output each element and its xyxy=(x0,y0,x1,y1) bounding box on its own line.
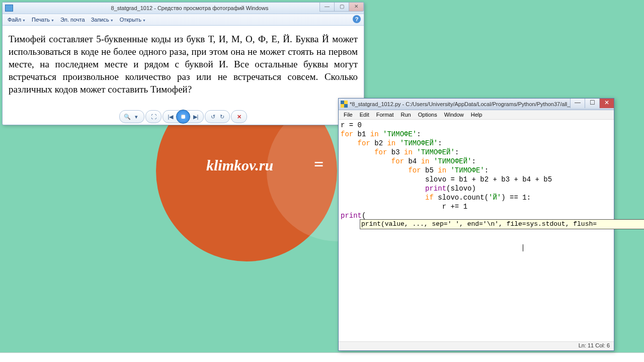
zoom-drop-icon[interactable]: ▾ xyxy=(132,112,141,121)
idle-menu-file[interactable]: File xyxy=(340,111,356,118)
maximize-button[interactable]: ▢ xyxy=(334,3,349,12)
prev-icon[interactable]: |◀ xyxy=(166,112,175,121)
idle-menu-window[interactable]: Window xyxy=(441,111,467,118)
pv-title: 8_statgrad_1012 - Средство просмотра фот… xyxy=(16,5,364,11)
play-button[interactable] xyxy=(176,110,190,124)
pv-titlebar[interactable]: 8_statgrad_1012 - Средство просмотра фот… xyxy=(3,3,364,14)
python-icon xyxy=(341,101,348,108)
bottom-strip xyxy=(0,352,644,362)
idle-status-bar: Ln: 11 Col: 6 xyxy=(339,341,614,350)
idle-maximize-button[interactable]: ☐ xyxy=(585,99,599,108)
minimize-button[interactable]: — xyxy=(319,3,335,12)
menu-email[interactable]: Эл. почта xyxy=(57,16,88,24)
idle-menu-edit[interactable]: Edit xyxy=(356,111,373,118)
menu-open[interactable]: Открыть▼ xyxy=(117,16,149,24)
menu-print[interactable]: Печать▼ xyxy=(29,16,57,24)
zoom-icon[interactable]: 🔍 xyxy=(123,112,132,121)
idle-menu-options[interactable]: Options xyxy=(415,111,441,118)
menu-burn[interactable]: Запись▼ xyxy=(88,16,117,24)
print-tooltip: print(value, ..., sep=' ', end='\n', fil… xyxy=(360,219,644,229)
idle-minimize-button[interactable]: — xyxy=(570,99,585,108)
fit-icon[interactable]: ⛶ xyxy=(149,112,158,121)
code-editor[interactable]: r = 0 for b1 in 'ТИМОФЕ': for b2 in 'ТИМ… xyxy=(339,120,614,342)
pv-menubar: Файл▼ Печать▼ Эл. почта Запись▼ Открыть▼… xyxy=(3,14,364,26)
brand-text: klimkov.ru xyxy=(206,157,273,174)
close-button[interactable]: ✕ xyxy=(349,3,364,12)
help-button[interactable]: ? xyxy=(353,15,361,23)
pv-control-bar: 🔍 ▾ ⛶ |◀ ▶| ↺ ↻ ✕ xyxy=(3,110,364,123)
idle-window: *8_statgrad_1012.py - C:/Users/Universit… xyxy=(338,98,614,351)
idle-menubar: File Edit Format Run Options Window Help xyxy=(339,110,614,120)
idle-titlebar[interactable]: *8_statgrad_1012.py - C:/Users/Universit… xyxy=(339,99,614,110)
photo-app-icon xyxy=(5,5,13,12)
equals-sign: = xyxy=(314,155,324,174)
photo-viewer-window: 8_statgrad_1012 - Средство просмотра фот… xyxy=(2,2,364,125)
text-cursor xyxy=(523,244,523,251)
next-icon[interactable]: ▶| xyxy=(191,112,200,121)
pv-document-text: Тимофей составляет 5-буквенные коды из б… xyxy=(3,26,364,103)
delete-icon[interactable]: ✕ xyxy=(234,112,244,121)
idle-menu-run[interactable]: Run xyxy=(397,111,415,118)
rotate-ccw-icon[interactable]: ↺ xyxy=(208,112,217,121)
rotate-cw-icon[interactable]: ↻ xyxy=(217,112,226,121)
idle-menu-help[interactable]: Help xyxy=(467,111,486,118)
idle-menu-format[interactable]: Format xyxy=(373,111,397,118)
menu-file[interactable]: Файл▼ xyxy=(5,16,29,24)
idle-close-button[interactable]: ✕ xyxy=(599,99,614,108)
